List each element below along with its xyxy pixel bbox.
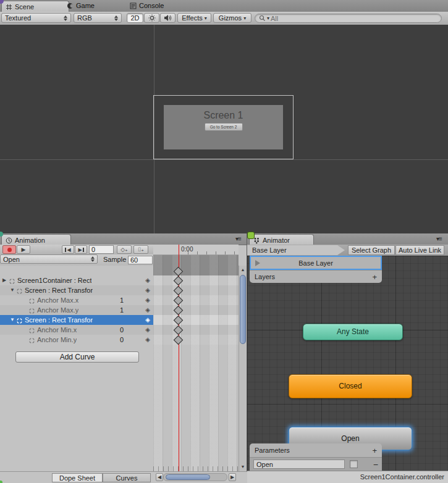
screen1-go-button[interactable]: Go to Screen 2	[205, 123, 243, 131]
add-keyframe-button[interactable]: ◇₊	[117, 245, 132, 254]
scene-audio-button[interactable]	[160, 13, 175, 23]
speaker-icon	[164, 14, 172, 22]
state-node-closed[interactable]: Closed	[289, 374, 412, 398]
tab-scene[interactable]: Scene	[1, 1, 69, 12]
scroll-left-button[interactable]: ◀	[156, 473, 163, 481]
add-event-button[interactable]: ⌷₊	[133, 245, 148, 254]
animation-property-row[interactable]: ▼Screen : Rect Transfor◈	[0, 285, 153, 295]
scene-lighting-button[interactable]	[144, 13, 159, 23]
select-graph-button[interactable]: Select Graph	[348, 245, 395, 255]
capture-marker	[0, 481, 2, 483]
animation-property-row[interactable]: ▶Screen1Container : Rect◈	[0, 275, 153, 285]
tab-game[interactable]: Game	[67, 0, 95, 12]
state-node-any-state[interactable]: Any State	[303, 324, 403, 340]
sample-input[interactable]: 60	[128, 256, 153, 264]
scene-viewport[interactable]: Screen 1 Go to Screen 2	[0, 25, 448, 233]
add-curve-button[interactable]: Add Curve	[15, 351, 139, 363]
dopesheet-timeline[interactable]: 0:00	[153, 245, 239, 471]
panel-menu-icon[interactable]: ▾≡	[235, 235, 241, 242]
grid-line-horizontal	[0, 159, 448, 160]
animation-property-row[interactable]: Anchor Min.x0◈	[0, 325, 153, 335]
rect-transform-icon	[28, 327, 36, 334]
first-key-button[interactable]: ◀	[62, 245, 74, 254]
remove-parameter-button[interactable]: −	[373, 460, 378, 469]
animation-property-row[interactable]: Anchor Min.y0◈	[0, 335, 153, 345]
timeline-row[interactable]	[153, 315, 239, 325]
animator-breadcrumb-row: Base Layer Select Graph Auto Live Link	[247, 245, 448, 256]
timeline-row[interactable]	[153, 275, 239, 285]
keyframe-diamond-button[interactable]: ◈	[145, 295, 150, 305]
gizmos-dropdown[interactable]: Gizmos ▾	[213, 13, 251, 23]
panel-menu-icon[interactable]: ▾≡	[436, 235, 442, 242]
tab-game-label: Game	[76, 0, 95, 12]
record-button[interactable]	[2, 245, 16, 254]
sample-label: Sample	[103, 256, 126, 263]
vertical-scroll-thumb[interactable]	[240, 275, 246, 344]
screen1-panel[interactable]: Screen 1 Go to Screen 2	[164, 105, 283, 149]
keyframe-diamond-button[interactable]: ◈	[145, 335, 150, 345]
last-key-button[interactable]: ▶	[75, 245, 87, 254]
foldout-icon[interactable]: ▶	[2, 275, 9, 285]
property-label: Screen : Rect Transfor	[25, 315, 93, 325]
draw-mode-dropdown[interactable]: Textured	[1, 13, 71, 23]
breadcrumb-base-layer[interactable]: Base Layer	[247, 245, 345, 255]
parameter-checkbox[interactable]	[350, 460, 358, 468]
timeline-ruler[interactable]: 0:00	[153, 245, 239, 255]
property-label: Anchor Max.y	[37, 305, 78, 315]
clip-dropdown[interactable]: Open	[0, 254, 98, 264]
animator-graph[interactable]: Base Layer Layers + Any StateClosedOpen …	[247, 256, 448, 471]
play-button[interactable]: ▶	[17, 245, 30, 254]
clip-row: Open Sample 60	[0, 254, 153, 266]
frame-input[interactable]: 0	[89, 245, 114, 254]
property-label: Anchor Min.x	[37, 325, 77, 335]
unity-editor: Scene Game Console Textured RGB 2D	[0, 0, 448, 483]
draw-mode-label: Textured	[5, 14, 31, 23]
add-layer-button[interactable]: +	[372, 272, 377, 282]
auto-live-link-button[interactable]: Auto Live Link	[395, 245, 444, 255]
dope-sheet-tab[interactable]: Dope Sheet	[52, 473, 103, 482]
timeline-row[interactable]	[153, 335, 239, 345]
add-parameter-button[interactable]: +	[372, 446, 377, 455]
foldout-icon[interactable]: ▼	[10, 285, 16, 295]
timeline-row[interactable]	[153, 325, 239, 335]
timeline-row[interactable]	[153, 305, 239, 315]
curves-tab[interactable]: Curves	[103, 473, 151, 482]
parameter-name-field[interactable]: Open	[253, 460, 345, 469]
timeline-row[interactable]	[153, 295, 239, 305]
animation-property-row[interactable]: ▼Screen : Rect Transfor◈	[0, 315, 153, 325]
sun-icon	[148, 14, 156, 22]
tab-console[interactable]: Console	[130, 0, 164, 12]
render-channel-dropdown[interactable]: RGB	[74, 13, 122, 23]
horizontal-scrollbar[interactable]	[163, 473, 227, 481]
scroll-up-icon[interactable]: ▲	[239, 266, 247, 274]
scroll-right-button[interactable]: ▶	[229, 473, 236, 481]
effects-label: Effects	[182, 14, 202, 23]
keyframe-diamond-button[interactable]: ◈	[145, 325, 150, 335]
keyframe-diamond-button[interactable]: ◈	[145, 315, 150, 325]
ruler-time-label: 0:00	[181, 246, 193, 253]
clock-icon	[6, 237, 12, 244]
toggle-2d-button[interactable]: 2D	[127, 13, 143, 23]
search-input[interactable]: ▾ All	[255, 14, 442, 23]
horizontal-scroll-thumb[interactable]	[166, 474, 210, 480]
effects-dropdown[interactable]: Effects ▾	[177, 13, 211, 23]
keyframe-diamond-button[interactable]: ◈	[145, 275, 150, 285]
timeline-row[interactable]	[153, 285, 239, 295]
record-dot-icon	[7, 248, 12, 252]
layer-row-base-layer[interactable]: Base Layer	[250, 256, 382, 270]
vertical-scrollbar[interactable]: ▲ ▼	[239, 266, 247, 471]
dropdown-arrows-icon	[64, 15, 67, 21]
animation-property-row[interactable]: Anchor Max.x1◈	[0, 295, 153, 305]
timeline-summary-band	[153, 254, 239, 275]
parameters-header: Parameters +	[250, 443, 382, 457]
scroll-down-icon[interactable]: ▼	[239, 463, 247, 471]
chevron-down-icon: ▾	[243, 14, 246, 23]
keyframe-diamond-button[interactable]: ◈	[145, 285, 150, 295]
animation-property-list: ▶Screen1Container : Rect◈▼Screen : Rect …	[0, 266, 153, 471]
tab-scene-label: Scene	[15, 2, 34, 12]
timeline-bottom-ticks	[153, 466, 239, 471]
foldout-icon[interactable]: ▼	[10, 315, 16, 325]
animation-property-row[interactable]: Anchor Max.y1◈	[0, 305, 153, 315]
rect-transform-icon	[16, 317, 24, 324]
keyframe-diamond-button[interactable]: ◈	[145, 305, 150, 315]
